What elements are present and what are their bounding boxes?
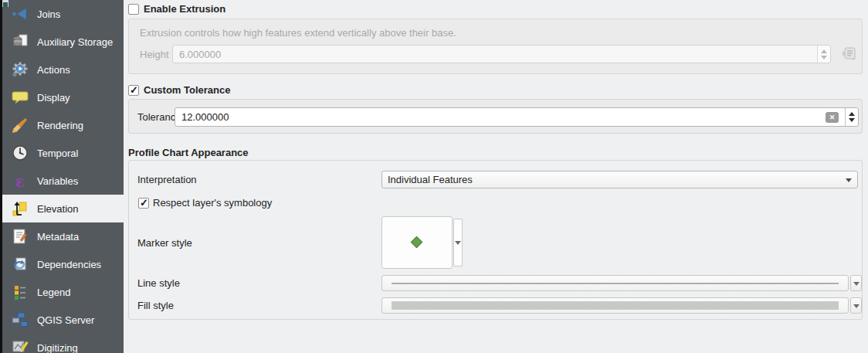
sidebar-item-qgis-server[interactable]: QGIS Server (2, 306, 124, 334)
sidebar-item-actions[interactable]: Actions (2, 56, 124, 83)
line-style-dropdown-button[interactable] (850, 275, 862, 291)
sidebar-item-label: Display (37, 92, 70, 104)
profile-chart-appearance-title: Profile Chart Appearance (128, 147, 249, 158)
line-style-label: Line style (137, 277, 180, 289)
marker-style-dropdown-button[interactable] (453, 219, 463, 266)
custom-tolerance-label: Custom Tolerance (144, 84, 230, 96)
rendering-icon (11, 116, 29, 134)
spin-down-icon[interactable] (849, 118, 855, 122)
sidebar-item-label: Joins (37, 8, 60, 20)
sidebar-item-temporal[interactable]: Temporal (2, 139, 124, 167)
fill-style-preview (392, 301, 839, 310)
sidebar-item-metadata[interactable]: Metadata (2, 222, 124, 250)
fill-style-label: Fill style (137, 300, 174, 311)
auxiliary-storage-icon (11, 32, 29, 51)
tolerance-value: 12.000000 (181, 111, 229, 123)
extrusion-hint: Extrusion controls how high features ext… (140, 27, 456, 39)
custom-tolerance-checkbox[interactable] (128, 85, 139, 96)
sidebar-item-auxiliary-storage[interactable]: Auxiliary Storage (2, 28, 124, 56)
tolerance-group: Tolerance 12.000000 (128, 99, 863, 134)
data-defined-override-button[interactable] (839, 46, 860, 63)
line-style-preview (392, 283, 839, 284)
marker-style-label: Marker style (137, 237, 192, 249)
digitizing-icon (11, 338, 29, 353)
sidebar-item-label: Dependencies (37, 259, 101, 270)
enable-extrusion-label: Enable Extrusion (144, 3, 225, 15)
sidebar-item-legend[interactable]: Legend (2, 278, 124, 306)
temporal-icon (11, 144, 29, 162)
metadata-icon (11, 227, 29, 246)
sidebar-item-dependencies[interactable]: Dependencies (2, 250, 124, 278)
sidebar-item-digitizing[interactable]: Digitizing (2, 334, 124, 353)
tolerance-spinbox[interactable]: 12.000000 (175, 107, 859, 127)
sidebar-item-label: Variables (37, 175, 78, 187)
sidebar-item-variables[interactable]: ε Variables (2, 167, 124, 195)
clear-field-icon[interactable] (826, 112, 839, 123)
spin-up-icon[interactable] (849, 112, 855, 116)
legend-icon (11, 283, 29, 301)
sidebar-item-rendering[interactable]: Rendering (2, 111, 124, 139)
extrusion-group: Extrusion controls how high features ext… (128, 19, 863, 74)
profile-chart-group: Interpretation Individual Features Respe… (128, 160, 863, 320)
enable-extrusion-checkbox[interactable] (128, 4, 139, 15)
properties-sidebar: Joins Auxiliary Storage Actions Display (0, 0, 124, 353)
height-spinbox[interactable]: 6.000000 (172, 45, 831, 63)
height-value: 6.000000 (179, 49, 221, 60)
sidebar-item-elevation[interactable]: Elevation (2, 195, 124, 222)
height-label: Height (140, 49, 169, 60)
layer-properties-dialog: Joins Auxiliary Storage Actions Display (0, 0, 868, 353)
display-icon (11, 88, 29, 107)
fill-style-button[interactable] (381, 297, 849, 314)
sidebar-item-label: Elevation (37, 203, 78, 215)
sidebar-item-label: Rendering (37, 120, 83, 131)
interpretation-value: Individual Features (388, 174, 473, 185)
sidebar-item-label: Actions (37, 64, 70, 76)
spin-up-icon[interactable] (821, 49, 827, 53)
line-style-button[interactable] (381, 275, 849, 291)
sidebar-item-label: QGIS Server (37, 314, 94, 326)
qgis-server-icon (11, 311, 29, 329)
sidebar-item-label: Temporal (37, 148, 78, 159)
height-spin-buttons[interactable] (817, 46, 830, 63)
chevron-down-icon (846, 178, 852, 182)
respect-symbology-label: Respect layer's symbology (153, 197, 272, 209)
interpretation-combobox[interactable]: Individual Features (381, 171, 858, 188)
respect-symbology-checkbox[interactable] (138, 198, 149, 209)
marker-preview-diamond-icon (411, 236, 423, 249)
tolerance-spin-buttons[interactable] (845, 108, 858, 126)
sidebar-item-label: Digitizing (37, 342, 78, 353)
dependencies-icon (11, 255, 29, 273)
interpretation-label: Interpretation (137, 174, 197, 185)
actions-icon (11, 60, 29, 79)
sidebar-item-display[interactable]: Display (2, 83, 124, 111)
sidebar-item-joins[interactable]: Joins (2, 0, 124, 28)
variables-icon: ε (11, 171, 29, 190)
spin-down-icon[interactable] (821, 56, 827, 59)
sidebar-item-label: Legend (37, 287, 70, 298)
marker-style-button[interactable] (381, 216, 453, 269)
elevation-icon (11, 199, 29, 218)
sidebar-item-label: Metadata (37, 231, 79, 243)
sidebar-item-label: Auxiliary Storage (37, 36, 113, 48)
elevation-settings-panel: Enable Extrusion Extrusion controls how … (124, 0, 868, 353)
joins-icon (11, 5, 29, 23)
fill-style-dropdown-button[interactable] (850, 297, 862, 314)
